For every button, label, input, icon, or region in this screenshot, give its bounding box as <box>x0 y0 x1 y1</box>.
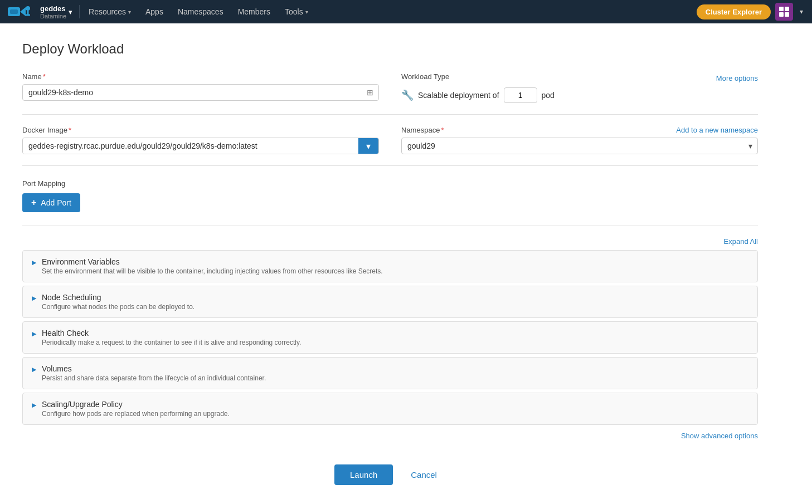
scaling-policy-section: ▶ Scaling/Upgrade Policy Configure how p… <box>22 393 758 425</box>
svg-rect-9 <box>785 12 789 17</box>
docker-required: * <box>69 126 71 134</box>
svg-rect-1 <box>10 9 18 14</box>
resources-chevron-icon: ▾ <box>128 9 131 15</box>
svg-rect-8 <box>779 12 784 17</box>
add-namespace-link[interactable]: Add to a new namespace <box>676 126 758 134</box>
bottom-actions: Launch Cancel <box>22 453 758 504</box>
docker-chevron-icon: ▾ <box>366 141 371 151</box>
nav-links: Resources ▾ Apps Namespaces Members Tool… <box>82 5 697 18</box>
divider-3 <box>22 226 758 226</box>
node-scheduling-section: ▶ Node Scheduling Configure what nodes t… <box>22 286 758 318</box>
nav-divider <box>79 5 80 18</box>
add-port-button[interactable]: + Add Port <box>22 193 80 212</box>
namespace-form-group: Namespace * Add to a new namespace gould… <box>401 126 758 154</box>
health-check-desc: Periodically make a request to the conta… <box>42 339 748 346</box>
svg-rect-6 <box>779 7 784 11</box>
plus-icon: + <box>31 198 36 208</box>
more-options-link[interactable]: More options <box>716 74 758 82</box>
cancel-button[interactable]: Cancel <box>402 464 446 485</box>
svg-point-3 <box>26 6 30 11</box>
volumes-title: Volumes <box>42 364 748 373</box>
node-scheduling-toggle-icon: ▶ <box>32 295 36 302</box>
show-advanced-row: Show advanced options <box>22 432 758 440</box>
env-vars-section: ▶ Environment Variables Set the environm… <box>22 250 758 282</box>
nav-link-members[interactable]: Members <box>231 5 277 18</box>
name-input-wrapper: ⊞ <box>22 84 379 101</box>
svg-marker-2 <box>20 7 26 16</box>
workload-suffix-text: pod <box>542 91 555 100</box>
divider-2 <box>22 165 758 166</box>
scaling-policy-title: Scaling/Upgrade Policy <box>42 400 748 409</box>
health-check-toggle-icon: ▶ <box>32 330 36 337</box>
topnav: geddes Datamine ▾ Resources ▾ Apps Names… <box>0 0 812 23</box>
node-scheduling-desc: Configure what nodes the pods can be dep… <box>42 303 748 311</box>
node-scheduling-title: Node Scheduling <box>42 293 748 302</box>
app-icon <box>775 3 793 21</box>
docker-dropdown-button[interactable]: ▾ <box>358 138 378 154</box>
workload-icon: 🔧 <box>401 89 414 101</box>
cluster-selector-button[interactable]: geddes Datamine ▾ <box>36 2 77 22</box>
namespace-required: * <box>441 126 444 134</box>
docker-image-label: Docker Image * <box>22 126 379 134</box>
workload-prefix-text: Scalable deployment of <box>418 91 499 100</box>
scaling-policy-toggle-icon: ▶ <box>32 402 36 409</box>
cluster-chevron-icon: ▾ <box>69 8 72 16</box>
cluster-explorer-button[interactable]: Cluster Explorer <box>697 4 771 19</box>
namespace-select[interactable]: gould29 <box>401 138 758 154</box>
docker-namespace-row: Docker Image * ▾ Namespace * Add to a ne… <box>22 126 758 154</box>
workload-type-form-group: Workload Type More options 🔧 Scalable de… <box>401 72 758 103</box>
clipboard-icon: ⊞ <box>367 88 373 97</box>
port-mapping-label: Port Mapping <box>22 179 758 188</box>
workload-type-label: Workload Type <box>401 72 449 81</box>
nav-logo <box>7 3 33 21</box>
cluster-sub: Datamine <box>40 13 66 19</box>
health-check-title: Health Check <box>42 329 748 337</box>
name-required: * <box>43 72 46 81</box>
node-scheduling-header[interactable]: ▶ Node Scheduling Configure what nodes t… <box>23 286 757 317</box>
nav-dropdown-button[interactable]: ▾ <box>798 6 805 18</box>
expand-all-link[interactable]: Expand All <box>724 237 758 246</box>
volumes-section: ▶ Volumes Persist and share data separat… <box>22 357 758 389</box>
workload-count-input[interactable] <box>504 87 537 103</box>
volumes-toggle-icon: ▶ <box>32 366 36 373</box>
nav-link-tools[interactable]: Tools ▾ <box>278 5 315 18</box>
cluster-name: geddes <box>40 4 66 13</box>
svg-rect-7 <box>785 7 789 11</box>
main-content: Deploy Workload Name * ⊞ Workload Type M… <box>0 23 780 504</box>
scaling-policy-desc: Configure how pods are replaced when per… <box>42 410 748 418</box>
docker-image-form-group: Docker Image * ▾ <box>22 126 379 154</box>
namespace-label: Namespace * <box>401 126 444 134</box>
divider-1 <box>22 114 758 115</box>
scaling-policy-header[interactable]: ▶ Scaling/Upgrade Policy Configure how p… <box>23 393 757 424</box>
namespace-select-wrapper: gould29 ▾ <box>401 138 758 154</box>
health-check-header[interactable]: ▶ Health Check Periodically make a reque… <box>23 322 757 353</box>
volumes-desc: Persist and share data separate from the… <box>42 374 748 382</box>
health-check-section: ▶ Health Check Periodically make a reque… <box>22 321 758 354</box>
docker-input-wrapper: ▾ <box>22 138 379 154</box>
launch-button[interactable]: Launch <box>334 464 393 485</box>
nav-link-resources[interactable]: Resources ▾ <box>82 5 138 18</box>
env-vars-desc: Set the environment that will be visible… <box>42 267 748 275</box>
nav-link-namespaces[interactable]: Namespaces <box>171 5 230 18</box>
name-label: Name * <box>22 72 379 81</box>
port-mapping-section: Port Mapping + Add Port <box>22 179 758 212</box>
collapsible-sections: ▶ Environment Variables Set the environm… <box>22 250 758 425</box>
tools-chevron-icon: ▾ <box>305 9 308 15</box>
nav-link-apps[interactable]: Apps <box>139 5 170 18</box>
volumes-header[interactable]: ▶ Volumes Persist and share data separat… <box>23 358 757 389</box>
name-input[interactable] <box>22 84 379 101</box>
page-title: Deploy Workload <box>22 41 758 57</box>
expand-all-row: Expand All <box>22 237 758 246</box>
env-vars-title: Environment Variables <box>42 257 748 266</box>
env-vars-toggle-icon: ▶ <box>32 259 36 266</box>
name-form-group: Name * ⊞ <box>22 72 379 101</box>
show-advanced-link[interactable]: Show advanced options <box>681 432 758 440</box>
env-vars-header[interactable]: ▶ Environment Variables Set the environm… <box>23 251 757 282</box>
name-workload-row: Name * ⊞ Workload Type More options 🔧 Sc… <box>22 72 758 103</box>
workload-type-row: 🔧 Scalable deployment of pod <box>401 87 758 103</box>
docker-image-input[interactable] <box>23 138 358 154</box>
nav-right: Cluster Explorer ▾ <box>697 3 805 21</box>
